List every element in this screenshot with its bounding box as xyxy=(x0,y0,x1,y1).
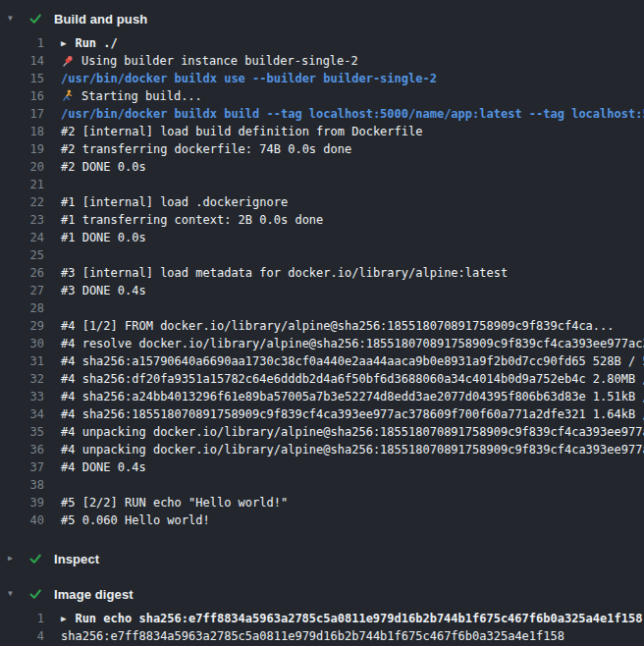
line-text-value: #4 [1/2] FROM docker.io/library/alpine@s… xyxy=(61,317,615,335)
line-number: 38 xyxy=(0,476,44,494)
line-number: 24 xyxy=(0,229,44,246)
check-icon xyxy=(28,552,54,565)
log-line[interactable]: 36 #4 unpacking docker.io/library/alpine… xyxy=(0,441,644,458)
log-section: ▼ Image digest 1 ▶Run echo sha256:e7ff88… xyxy=(0,580,644,646)
log-line[interactable]: 39 #5 [2/2] RUN echo "Hello world!" xyxy=(0,494,644,511)
log-line[interactable]: 4 sha256:e7ff8834a5963a2785c5a0811e979d1… xyxy=(0,627,644,645)
line-text: #1 DONE 0.0s xyxy=(61,229,146,246)
line-text: ▶Run echo sha256:e7ff8834a5963a2785c5a08… xyxy=(61,610,642,627)
log-line[interactable]: 40 #5 0.060 Hello world! xyxy=(0,511,644,529)
log-line[interactable]: 17 /usr/bin/docker buildx build --tag lo… xyxy=(0,105,644,123)
log-line[interactable]: 32 #4 sha256:df20fa9351a15782c64e6dddb2d… xyxy=(0,370,644,388)
line-number: 33 xyxy=(0,388,44,405)
line-text: #4 [1/2] FROM docker.io/library/alpine@s… xyxy=(61,317,615,335)
line-text-value: #4 unpacking docker.io/library/alpine@sh… xyxy=(61,423,644,441)
log-line[interactable]: 28 xyxy=(0,299,644,317)
line-text: #3 [internal] load metadata for docker.i… xyxy=(61,264,508,282)
line-text-value: #4 sha256:df20fa9351a15782c64e6dddb2d4a6… xyxy=(61,370,644,388)
line-text: #4 sha256:df20fa9351a15782c64e6dddb2d4a6… xyxy=(61,370,644,388)
line-text: #5 0.060 Hello world! xyxy=(61,511,210,529)
line-text: #1 [internal] load .dockerignore xyxy=(61,193,288,211)
line-number: 14 xyxy=(0,52,44,70)
line-number: 1 xyxy=(0,610,44,627)
log-line[interactable]: 1 ▶Run echo sha256:e7ff8834a5963a2785c5a… xyxy=(0,610,644,627)
line-text: /usr/bin/docker buildx use --builder bui… xyxy=(61,70,437,87)
line-text-value: #2 [internal] load build definition from… xyxy=(61,123,422,140)
log-line[interactable]: 27 #3 DONE 0.4s xyxy=(0,282,644,299)
line-number: 23 xyxy=(0,211,44,229)
log-line[interactable]: 19 #2 transferring dockerfile: 74B 0.0s … xyxy=(0,140,644,158)
line-text-value: /usr/bin/docker buildx use --builder bui… xyxy=(61,70,437,87)
line-number: 18 xyxy=(0,123,44,140)
log-line[interactable]: 26 #3 [internal] load metadata for docke… xyxy=(0,264,644,282)
line-number: 34 xyxy=(0,405,44,423)
line-number: 4 xyxy=(0,627,44,645)
log-line[interactable]: 29 #4 [1/2] FROM docker.io/library/alpin… xyxy=(0,317,644,335)
line-text: sha256:e7ff8834a5963a2785c5a0811e979d16b… xyxy=(61,627,564,645)
check-icon xyxy=(28,587,54,601)
log-line[interactable]: 35 #4 unpacking docker.io/library/alpine… xyxy=(0,423,644,441)
line-text: #4 unpacking docker.io/library/alpine@sh… xyxy=(61,441,644,458)
log-line[interactable]: 23 #1 transferring context: 2B 0.0s done xyxy=(0,211,644,229)
line-text-value: #3 [internal] load metadata for docker.i… xyxy=(61,264,508,282)
line-number: 31 xyxy=(0,352,44,370)
section-header[interactable]: ▶ Inspect xyxy=(0,545,644,572)
section-lines: 1 ▶Run ./ 14 Using builder instance buil… xyxy=(0,32,644,537)
log-line[interactable]: 34 #4 sha256:185518070891758909c9f839cf4… xyxy=(0,405,644,423)
section-title: Build and push xyxy=(54,12,147,27)
line-number: 40 xyxy=(0,511,44,529)
log-line[interactable]: 31 #4 sha256:a15790640a6690aa1730c38cf0a… xyxy=(0,352,644,370)
play-icon: ▶ xyxy=(61,34,66,52)
line-number: 29 xyxy=(0,317,44,335)
line-number: 17 xyxy=(0,105,44,123)
log-line[interactable]: 25 xyxy=(0,246,644,264)
line-number: 25 xyxy=(0,246,44,264)
pin-icon xyxy=(61,54,75,68)
line-text-value: #2 DONE 0.0s xyxy=(61,158,146,176)
line-text: /usr/bin/docker buildx build --tag local… xyxy=(61,105,644,123)
check-icon xyxy=(28,12,54,26)
line-text: #5 [2/2] RUN echo "Hello world!" xyxy=(61,494,288,511)
line-text: Starting build... xyxy=(61,87,202,105)
line-text: #2 [internal] load build definition from… xyxy=(61,123,422,140)
line-text-value: /usr/bin/docker buildx build --tag local… xyxy=(61,105,644,123)
log-line[interactable]: 1 ▶Run ./ xyxy=(0,34,644,52)
line-text-value: Starting build... xyxy=(81,87,202,105)
line-text-value: #3 DONE 0.4s xyxy=(61,282,146,299)
line-number: 22 xyxy=(0,193,44,211)
line-text-value: #5 [2/2] RUN echo "Hello world!" xyxy=(61,494,288,511)
chevron-icon: ▼ xyxy=(8,580,28,608)
line-number: 19 xyxy=(0,140,44,158)
log-line[interactable]: 30 #4 resolve docker.io/library/alpine@s… xyxy=(0,335,644,352)
section-header[interactable]: ▼ Build and push xyxy=(0,5,644,32)
section-lines: 1 ▶Run echo sha256:e7ff8834a5963a2785c5a… xyxy=(0,608,644,646)
log-line[interactable]: 15 /usr/bin/docker buildx use --builder … xyxy=(0,70,644,87)
log-line[interactable]: 22 #1 [internal] load .dockerignore xyxy=(0,193,644,211)
line-number: 28 xyxy=(0,299,44,317)
chevron-icon: ▶ xyxy=(8,545,28,572)
line-text: #1 transferring context: 2B 0.0s done xyxy=(61,211,323,229)
line-number: 1 xyxy=(0,34,44,52)
section-header[interactable]: ▼ Image digest xyxy=(0,580,644,608)
runner-icon xyxy=(61,89,75,103)
log-line[interactable]: 24 #1 DONE 0.0s xyxy=(0,229,644,246)
log-line[interactable]: 33 #4 sha256:a24bb4013296f61e89ba57005a7… xyxy=(0,388,644,405)
line-text: #3 DONE 0.4s xyxy=(61,282,146,299)
line-text: #4 resolve docker.io/library/alpine@sha2… xyxy=(61,335,644,352)
log-line[interactable]: 18 #2 [internal] load build definition f… xyxy=(0,123,644,140)
log-line[interactable]: 14 Using builder instance builder-single… xyxy=(0,52,644,70)
line-number: 39 xyxy=(0,494,44,511)
log-line[interactable]: 16 Starting build... xyxy=(0,87,644,105)
line-number: 16 xyxy=(0,87,44,105)
log-line[interactable]: 21 xyxy=(0,176,644,193)
log-line[interactable]: 20 #2 DONE 0.0s xyxy=(0,158,644,176)
line-number: 36 xyxy=(0,441,44,458)
line-text: #4 sha256:a24bb4013296f61e89ba57005a7b3e… xyxy=(61,388,644,405)
line-text-value: sha256:e7ff8834a5963a2785c5a0811e979d16b… xyxy=(61,627,564,645)
line-text: #2 transferring dockerfile: 74B 0.0s don… xyxy=(61,140,351,158)
line-number: 15 xyxy=(0,70,44,87)
log-line[interactable]: 38 xyxy=(0,476,644,494)
line-number: 21 xyxy=(0,176,44,193)
workflow-log-viewer: ▼ Build and push 1 ▶Run ./ 14 Using buil… xyxy=(0,0,644,646)
log-line[interactable]: 37 #4 DONE 0.4s xyxy=(0,458,644,476)
